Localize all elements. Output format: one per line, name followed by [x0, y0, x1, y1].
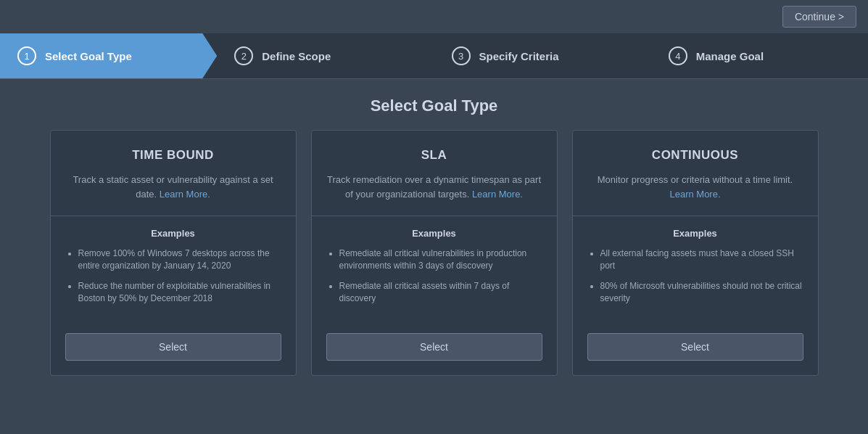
select-button-sla[interactable]: Select: [326, 333, 542, 361]
card-description-continuous: Monitor progress or criteria without a t…: [587, 173, 803, 201]
cards-container: TIME BOUND Track a static asset or vulne…: [0, 130, 868, 393]
step-number-4: 4: [669, 46, 687, 65]
wizard-step-1[interactable]: 1 Select Goal Type: [0, 33, 217, 78]
continue-button[interactable]: Continue >: [782, 6, 856, 28]
step-label-3: Specify Criteria: [479, 50, 559, 62]
card-footer-time-bound: Select: [51, 324, 296, 375]
examples-list-continuous: All external facing assets must have a c…: [587, 247, 803, 306]
select-button-time-bound[interactable]: Select: [65, 333, 281, 361]
card-header-time-bound: TIME BOUND Track a static asset or vulne…: [51, 131, 296, 216]
card-body-continuous: Examples All external facing assets must…: [573, 216, 818, 324]
card-title-continuous: CONTINUOUS: [587, 148, 803, 163]
step-number-2: 2: [234, 46, 253, 65]
card-body-sla: Examples Remediate all critical vulnerab…: [312, 216, 557, 324]
examples-list-time-bound: Remove 100% of Windows 7 desktops across…: [65, 247, 281, 306]
examples-label-continuous: Examples: [587, 228, 803, 239]
select-button-continuous[interactable]: Select: [587, 333, 803, 361]
wizard-step-3[interactable]: 3 Specify Criteria: [434, 33, 651, 78]
step-number-1: 1: [17, 46, 36, 65]
card-description-sla: Track remediation over a dynamic timespa…: [326, 173, 542, 201]
learn-more-link-time-bound[interactable]: Learn More.: [160, 189, 210, 200]
card-description-time-bound: Track a static asset or vulnerability ag…: [65, 173, 281, 201]
example-item: Remediate all critical assets within 7 d…: [339, 280, 542, 306]
example-item: 80% of Microsoft vulnerabilities should …: [600, 280, 803, 306]
page-title: Select Goal Type: [0, 79, 868, 130]
wizard-step-4[interactable]: 4 Manage Goal: [651, 33, 868, 78]
learn-more-link-sla[interactable]: Learn More.: [472, 189, 523, 200]
example-item: Remove 100% of Windows 7 desktops across…: [78, 247, 281, 273]
step-label-4: Manage Goal: [696, 50, 764, 62]
card-body-time-bound: Examples Remove 100% of Windows 7 deskto…: [51, 216, 296, 324]
step-label-2: Define Scope: [262, 50, 331, 62]
step-label-1: Select Goal Type: [45, 50, 132, 62]
goal-card-sla: SLA Track remediation over a dynamic tim…: [311, 130, 558, 376]
card-footer-continuous: Select: [573, 324, 818, 375]
card-header-continuous: CONTINUOUS Monitor progress or criteria …: [573, 131, 818, 216]
card-title-time-bound: TIME BOUND: [65, 148, 281, 163]
card-title-sla: SLA: [326, 148, 542, 163]
wizard-steps: 1 Select Goal Type 2 Define Scope 3 Spec…: [0, 33, 868, 79]
examples-label-sla: Examples: [326, 228, 542, 239]
card-header-sla: SLA Track remediation over a dynamic tim…: [312, 131, 557, 216]
learn-more-link-continuous[interactable]: Learn More.: [669, 189, 720, 200]
top-bar: Continue >: [0, 0, 868, 33]
examples-list-sla: Remediate all critical vulnerabilities i…: [326, 247, 542, 306]
card-footer-sla: Select: [312, 324, 557, 375]
wizard-step-2[interactable]: 2 Define Scope: [217, 33, 434, 78]
example-item: Remediate all critical vulnerabilities i…: [339, 247, 542, 273]
goal-card-time-bound: TIME BOUND Track a static asset or vulne…: [50, 130, 297, 376]
example-item: All external facing assets must have a c…: [600, 247, 803, 273]
examples-label-time-bound: Examples: [65, 228, 281, 239]
example-item: Reduce the number of exploitable vulnera…: [78, 280, 281, 306]
goal-card-continuous: CONTINUOUS Monitor progress or criteria …: [572, 130, 819, 376]
step-number-3: 3: [452, 46, 471, 65]
